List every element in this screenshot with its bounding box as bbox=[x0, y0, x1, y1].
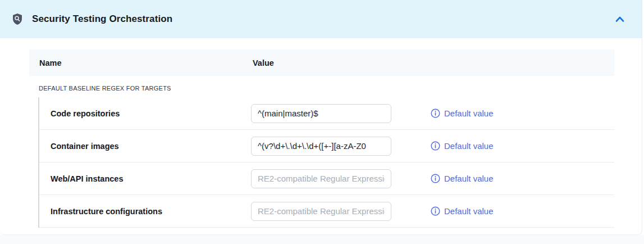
info-icon bbox=[431, 141, 440, 151]
info-icon bbox=[431, 174, 440, 183]
row-label: Code repositories bbox=[39, 109, 251, 118]
table-row-web-api-instances: Web/API instances Default value bbox=[39, 162, 614, 195]
info-icon bbox=[431, 109, 440, 118]
regex-input-code-repositories[interactable] bbox=[251, 104, 391, 123]
table-row-code-repositories: Code repositories Default value bbox=[39, 97, 614, 130]
panel-title: Security Testing Orchestration bbox=[32, 13, 172, 25]
table-row-container-images: Container images Default value bbox=[39, 130, 614, 162]
table-header-row: Name Value bbox=[29, 49, 614, 76]
shield-search-icon bbox=[12, 13, 23, 25]
row-label: Infrastructure configurations bbox=[39, 207, 251, 216]
regex-input-web-api-instances[interactable] bbox=[251, 169, 391, 188]
default-value-label: Default value bbox=[444, 141, 494, 151]
regex-input-infrastructure-configurations[interactable] bbox=[251, 202, 391, 221]
default-value-label: Default value bbox=[444, 174, 494, 183]
default-value-link[interactable]: Default value bbox=[431, 206, 494, 216]
page-background bbox=[0, 235, 644, 244]
default-value-link[interactable]: Default value bbox=[431, 174, 494, 183]
regex-settings-group: Code repositories Default value Containe… bbox=[38, 97, 614, 228]
table-row-infrastructure-configurations: Infrastructure configurations Default va… bbox=[39, 195, 614, 228]
section-label: DEFAULT BASELINE REGEX FOR TARGETS bbox=[39, 85, 614, 93]
default-value-link[interactable]: Default value bbox=[431, 109, 494, 118]
row-label: Container images bbox=[39, 142, 251, 151]
default-value-label: Default value bbox=[444, 206, 494, 216]
row-label: Web/API instances bbox=[39, 174, 251, 183]
security-testing-panel: Security Testing Orchestration Name Valu… bbox=[0, 0, 642, 235]
column-header-value: Value bbox=[253, 58, 614, 67]
regex-input-container-images[interactable] bbox=[251, 137, 391, 156]
chevron-up-icon[interactable] bbox=[613, 12, 627, 26]
panel-header: Security Testing Orchestration bbox=[0, 0, 642, 38]
info-icon bbox=[431, 206, 440, 216]
default-value-link[interactable]: Default value bbox=[431, 141, 494, 151]
default-value-label: Default value bbox=[444, 109, 494, 118]
column-header-name: Name bbox=[29, 58, 253, 67]
panel-content: Name Value DEFAULT BASELINE REGEX FOR TA… bbox=[0, 38, 642, 228]
